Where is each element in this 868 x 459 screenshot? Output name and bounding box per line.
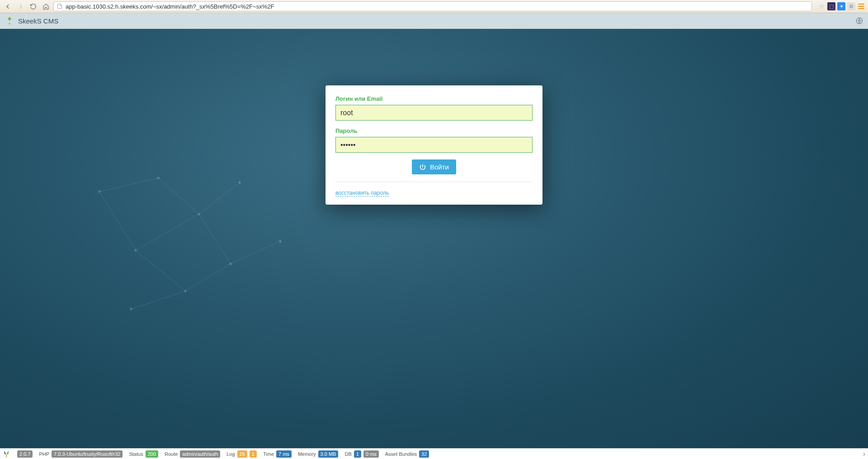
svg-point-14 [198,213,200,215]
username-label: Логин или Email [335,95,533,102]
svg-point-17 [230,263,232,265]
username-input[interactable] [335,105,533,121]
login-button-label: Войти [430,163,449,171]
page-icon [57,3,63,9]
divider [335,182,533,182]
app-title: SkeekS CMS [18,17,58,25]
address-bar[interactable]: app-basic.1030.s2.h.skeeks.com/~sx/admin… [53,1,812,11]
app-header: SkeekS CMS [0,13,868,29]
svg-line-6 [199,183,240,214]
debug-assets[interactable]: Asset Bundles 32 [385,450,429,458]
background-mesh [81,164,307,323]
svg-line-2 [99,178,158,192]
password-label: Пароль [335,127,533,134]
home-button[interactable] [41,1,51,11]
extension-icon-3[interactable]: ⚙ [847,2,855,10]
debug-collapse-icon[interactable]: › [863,450,865,458]
hamburger-menu-icon[interactable] [857,2,865,10]
svg-line-4 [99,192,136,250]
svg-point-16 [239,182,241,184]
debug-toolbar: 2.0.7 PHP 7.0.3-Ubuntu/trusty/Rusoft/r32… [0,448,868,459]
reload-button[interactable] [28,1,38,11]
svg-point-0 [9,23,10,25]
svg-line-3 [158,178,199,214]
debug-route[interactable]: Route admin/auth/auth [165,450,220,458]
recover-password-link[interactable]: восстановить пароль [335,190,389,197]
forward-button [15,1,25,11]
yii-logo-icon[interactable] [2,450,11,459]
svg-point-19 [279,240,282,243]
app-logo-icon [5,16,14,26]
password-input[interactable] [335,137,533,153]
svg-line-7 [199,214,231,264]
login-button[interactable]: Войти [412,159,456,174]
debug-php[interactable]: PHP 7.0.3-Ubuntu/trusty/Rusoft/r32 [39,450,123,458]
svg-point-20 [130,308,132,310]
svg-point-15 [135,249,137,252]
debug-time[interactable]: Time 7 ms [263,450,292,458]
svg-line-9 [185,264,231,291]
bookmark-star-icon[interactable]: ☆ [817,2,826,10]
svg-point-18 [184,290,187,292]
globe-icon[interactable] [855,17,863,25]
debug-log[interactable]: Log 26 1 [226,450,257,458]
extension-icon-1[interactable]: ⬚ [827,2,835,10]
svg-line-8 [136,250,185,291]
url-text: app-basic.1030.s2.h.skeeks.com/~sx/admin… [66,3,274,10]
svg-line-5 [136,214,199,250]
svg-point-13 [157,177,160,179]
svg-point-12 [99,191,101,193]
power-icon [419,164,426,171]
extension-icon-2[interactable]: ✦ [837,2,845,10]
login-card: Логин или Email Пароль Войти восстановит… [326,85,542,205]
svg-line-11 [131,291,185,309]
browser-chrome: app-basic.1030.s2.h.skeeks.com/~sx/admin… [0,0,868,13]
svg-line-10 [231,241,280,264]
chrome-toolbar-right: ☆ ⬚ ✦ ⚙ [815,2,865,10]
debug-db[interactable]: DB 1 0 ms [344,450,378,458]
debug-status[interactable]: Status 200 [129,450,158,458]
debug-memory[interactable]: Memory 3.0 MB [298,450,339,458]
debug-version[interactable]: 2.0.7 [17,450,33,458]
main-content: Логин или Email Пароль Войти восстановит… [0,29,868,448]
back-button[interactable] [3,1,13,11]
